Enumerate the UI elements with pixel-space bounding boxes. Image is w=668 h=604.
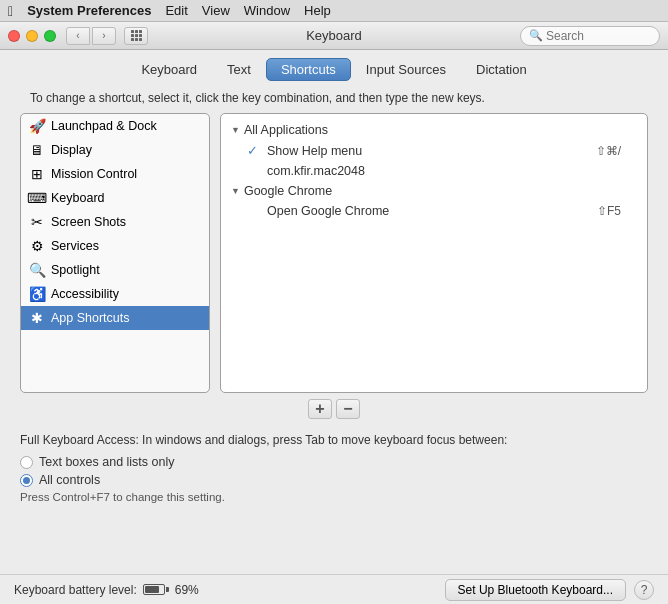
tab-keyboard[interactable]: Keyboard [126, 58, 212, 81]
remove-shortcut-button[interactable]: − [336, 399, 360, 419]
shortcut-mac2048[interactable]: com.kfir.mac2048 [227, 161, 641, 181]
sidebar-item-display[interactable]: 🖥 Display [21, 138, 209, 162]
shortcut-label: com.kfir.mac2048 [267, 164, 621, 178]
radio-all-controls[interactable]: All controls [20, 473, 648, 487]
check-icon: ✓ [247, 143, 263, 158]
battery-body [143, 584, 165, 595]
full-keyboard-access: Full Keyboard Access: In windows and dia… [0, 425, 668, 511]
forward-button[interactable]: › [92, 27, 116, 45]
sidebar-item-label: Display [51, 143, 92, 157]
tab-shortcuts[interactable]: Shortcuts [266, 58, 351, 81]
apple-menu[interactable]:  [8, 3, 13, 19]
radio-text-boxes[interactable]: Text boxes and lists only [20, 455, 648, 469]
shortcut-open-chrome[interactable]: Open Google Chrome ⇧F5 [227, 201, 641, 221]
sidebar-item-label: Accessibility [51, 287, 119, 301]
battery-label: Keyboard battery level: [14, 583, 137, 597]
sidebar-item-keyboard[interactable]: ⌨ Keyboard [21, 186, 209, 210]
sidebar-item-label: Keyboard [51, 191, 105, 205]
display-icon: 🖥 [29, 142, 45, 158]
sidebar-item-services[interactable]: ⚙ Services [21, 234, 209, 258]
sidebar-item-app-shortcuts[interactable]: ✱ App Shortcuts [21, 306, 209, 330]
group-label: Google Chrome [244, 184, 332, 198]
back-button[interactable]: ‹ [66, 27, 90, 45]
battery-fill [145, 586, 159, 593]
spotlight-icon: 🔍 [29, 262, 45, 278]
bluetooth-setup-button[interactable]: Set Up Bluetooth Keyboard... [445, 579, 626, 601]
minimize-button[interactable] [26, 30, 38, 42]
shortcut-label: Show Help menu [267, 144, 596, 158]
view-menu[interactable]: View [202, 3, 230, 18]
shortcut-label: Open Google Chrome [267, 204, 597, 218]
radio-label: Text boxes and lists only [39, 455, 175, 469]
nav-buttons: ‹ › [66, 27, 116, 45]
tab-text[interactable]: Text [212, 58, 266, 81]
keyboard-icon: ⌨ [29, 190, 45, 206]
menubar:  System Preferences Edit View Window He… [0, 0, 668, 22]
fka-title: Full Keyboard Access: In windows and dia… [20, 433, 648, 447]
add-shortcut-button[interactable]: + [308, 399, 332, 419]
group-label: All Applications [244, 123, 328, 137]
shortcut-show-help[interactable]: ✓ Show Help menu ⇧⌘/ [227, 140, 641, 161]
search-icon: 🔍 [529, 29, 543, 42]
grid-button[interactable] [124, 27, 148, 45]
sidebar-item-label: Mission Control [51, 167, 137, 181]
screenshots-icon: ✂ [29, 214, 45, 230]
tabbar: Keyboard Text Shortcuts Input Sources Di… [0, 50, 668, 81]
help-menu[interactable]: Help [304, 3, 331, 18]
battery-icon [143, 584, 169, 595]
statusbar: Keyboard battery level: 69% Set Up Bluet… [0, 574, 668, 604]
radio-icon-checked [20, 474, 33, 487]
sidebar: 🚀 Launchpad & Dock 🖥 Display ⊞ Mission C… [20, 113, 210, 393]
tab-input-sources[interactable]: Input Sources [351, 58, 461, 81]
expand-icon: ▼ [231, 125, 240, 135]
search-bar[interactable]: 🔍 [520, 26, 660, 46]
search-input[interactable] [546, 29, 651, 43]
sidebar-item-label: App Shortcuts [51, 311, 130, 325]
sidebar-item-spotlight[interactable]: 🔍 Spotlight [21, 258, 209, 282]
sidebar-item-label: Spotlight [51, 263, 100, 277]
sidebar-item-accessibility[interactable]: ♿ Accessibility [21, 282, 209, 306]
radio-icon [20, 456, 33, 469]
group-google-chrome[interactable]: ▼ Google Chrome [227, 181, 641, 201]
expand-icon: ▼ [231, 186, 240, 196]
group-all-applications[interactable]: ▼ All Applications [227, 120, 641, 140]
grid-icon [131, 30, 142, 41]
launchpad-icon: 🚀 [29, 118, 45, 134]
traffic-lights [8, 30, 56, 42]
mission-icon: ⊞ [29, 166, 45, 182]
services-icon: ⚙ [29, 238, 45, 254]
sidebar-item-label: Screen Shots [51, 215, 126, 229]
instruction-text: To change a shortcut, select it, click t… [0, 81, 668, 113]
sidebar-item-label: Launchpad & Dock [51, 119, 157, 133]
main-content: 🚀 Launchpad & Dock 🖥 Display ⊞ Mission C… [20, 113, 648, 393]
window-menu[interactable]: Window [244, 3, 290, 18]
sidebar-item-launchpad[interactable]: 🚀 Launchpad & Dock [21, 114, 209, 138]
battery-percent: 69% [175, 583, 199, 597]
window-title: Keyboard [306, 28, 362, 43]
sidebar-item-screenshots[interactable]: ✂ Screen Shots [21, 210, 209, 234]
maximize-button[interactable] [44, 30, 56, 42]
accessibility-icon: ♿ [29, 286, 45, 302]
shortcuts-panel: ▼ All Applications ✓ Show Help menu ⇧⌘/ … [220, 113, 648, 393]
help-button[interactable]: ? [634, 580, 654, 600]
press-note: Press Control+F7 to change this setting. [20, 491, 648, 503]
battery-tip [166, 587, 169, 592]
app-shortcuts-icon: ✱ [29, 310, 45, 326]
app-menu[interactable]: System Preferences [27, 3, 151, 18]
close-button[interactable] [8, 30, 20, 42]
shortcut-buttons: + − [0, 399, 668, 419]
sidebar-item-label: Services [51, 239, 99, 253]
sidebar-item-mission-control[interactable]: ⊞ Mission Control [21, 162, 209, 186]
shortcut-keys: ⇧⌘/ [596, 144, 621, 158]
radio-label: All controls [39, 473, 100, 487]
edit-menu[interactable]: Edit [165, 3, 187, 18]
tab-dictation[interactable]: Dictation [461, 58, 542, 81]
shortcut-keys: ⇧F5 [597, 204, 621, 218]
titlebar: ‹ › Keyboard 🔍 [0, 22, 668, 50]
battery-section: Keyboard battery level: 69% [14, 583, 199, 597]
